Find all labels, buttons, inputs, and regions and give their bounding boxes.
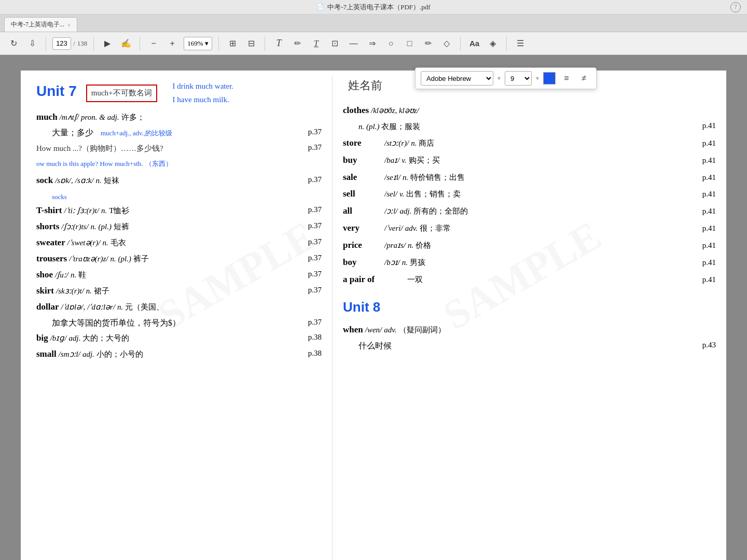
big-cn: 大的；大号的 <box>82 334 129 342</box>
how-much-entry: How much ...?（购物时）……多少钱? p.37 <box>36 141 322 156</box>
clothes-phonetic: /kləʊðz, kləʊz/ <box>371 106 419 115</box>
unit7-header-row: Unit 7 much+不可数名词 I drink much water. I … <box>36 79 322 108</box>
sale-entry: sale /seɪl/ n. 特价销售；出售 p.41 <box>343 170 716 185</box>
sock-cn: 短袜 <box>104 176 119 185</box>
buy-entry: buy /baɪ/ v. 购买；买 p.41 <box>343 153 716 168</box>
zoom-selector[interactable]: 169% ▾ <box>184 37 212 50</box>
pdf-tab[interactable]: 中考-7上英语电子... × <box>4 17 77 32</box>
sale-page-ref: p.41 <box>702 171 716 185</box>
toolbar-divider-2 <box>93 36 94 51</box>
reflow-button[interactable]: ⊟ <box>244 36 258 51</box>
very-word: very <box>343 221 384 236</box>
big-pos: adj. <box>69 334 81 342</box>
menu-button[interactable]: ☰ <box>513 36 528 51</box>
font-button[interactable]: Aa <box>467 36 481 51</box>
sweater-entry: sweater /ˈswetə(r)/ n. 毛衣 p.37 <box>36 235 322 250</box>
sale-cn: 特价销售；出售 <box>410 171 465 185</box>
font-color-picker[interactable] <box>543 72 556 85</box>
dollar-word: dollar <box>36 302 59 312</box>
sale-phonetic: /seɪl/ <box>384 171 400 185</box>
much-sub-cn: 大量；多少 <box>52 128 93 137</box>
crop-button[interactable]: ⊡ <box>327 36 342 51</box>
buy-phonetic: /baɪ/ <box>384 154 399 167</box>
page-number-input[interactable] <box>52 37 71 50</box>
unit8-title: Unit 8 <box>343 296 716 318</box>
clothes-entry: clothes /kləʊðz, kləʊz/ <box>343 103 716 118</box>
clothes-cn: 衣服；服装 <box>381 122 420 131</box>
skirt-phonetic: /skɜː(r)t/ <box>56 287 84 295</box>
sell-page-ref: p.41 <box>702 188 716 201</box>
much-cn: 许多； <box>121 113 145 121</box>
sell-word: sell <box>343 187 384 202</box>
price-entry: price /praɪs/ n. 价格 p.41 <box>343 238 716 253</box>
back-button[interactable]: ↻ <box>6 36 21 51</box>
page-control-group: / 138 <box>52 37 87 50</box>
apair-entry: a pair of 一双 p.41 <box>343 272 716 287</box>
sell-phonetic: /sel/ <box>384 188 397 201</box>
download-button[interactable]: ⇩ <box>25 36 39 51</box>
example1: I drink much water. I have much milk. <box>173 80 233 106</box>
buy-pos: v. <box>402 154 406 167</box>
text-insert-button[interactable]: T <box>309 36 323 51</box>
toolbar-divider-4 <box>218 36 219 51</box>
all-phonetic: /ɔːl/ <box>384 205 398 218</box>
big-phonetic: /bɪɡ/ <box>50 334 67 342</box>
boy-pos: n. <box>402 256 408 270</box>
highlight-tool-button[interactable]: ✏ <box>290 36 305 51</box>
small-phonetic: /smɔːl/ <box>59 350 80 358</box>
eraser-button[interactable]: ◇ <box>439 36 454 51</box>
sweater-word: sweater <box>36 237 65 247</box>
big-word: big <box>36 333 48 343</box>
font-name-select[interactable]: Adobe Hebrew <box>421 71 493 86</box>
pdf-viewer[interactable]: SAMPLE SAMPLE Unit 7 much+不可数名词 I drink … <box>0 55 747 560</box>
price-phonetic: /praɪs/ <box>384 239 406 253</box>
tab-close-button[interactable]: × <box>67 22 71 28</box>
oval-button[interactable]: ○ <box>383 36 398 51</box>
rect-button[interactable]: □ <box>402 36 417 51</box>
zoom-in-button[interactable]: + <box>165 36 179 51</box>
price-cn: 价格 <box>416 239 431 253</box>
shorts-entry: shorts /ʃɔː(r)ts/ n. (pl.) 短裤 p.37 <box>36 219 322 234</box>
shoe-phonetic: /ʃuː/ <box>55 271 68 279</box>
small-cn: 小的；小号的 <box>96 350 143 358</box>
small-word: small <box>36 349 57 359</box>
arrow-button[interactable]: ⇒ <box>365 36 379 51</box>
toolbar-divider-3 <box>140 36 140 51</box>
sock-pos: n. <box>96 176 102 185</box>
much-phonetic: /mʌtʃ/ <box>60 113 79 121</box>
very-phonetic: /ˈveri/ <box>384 222 403 235</box>
sell-pos: v. <box>399 188 404 201</box>
text-tool-button[interactable]: T <box>271 36 286 51</box>
all-entry: all /ɔːl/ adj. 所有的；全部的 p.41 <box>343 204 716 219</box>
price-page-ref: p.41 <box>702 239 716 253</box>
line-spacing-button[interactable]: ≡ <box>560 72 573 85</box>
tshirt-pos: n. <box>101 206 107 215</box>
font-size-select[interactable]: 9 <box>505 71 532 86</box>
left-column: Unit 7 much+不可数名词 I drink much water. I … <box>21 71 332 560</box>
trousers-entry: trousers /ˈtraʊzə(r)z/ n. (pl.) 裤子 p.37 <box>36 251 322 267</box>
sock-phonetic2: /sɑːk/ <box>75 176 94 185</box>
link-button[interactable]: — <box>346 36 361 51</box>
skirt-pos: n. <box>86 287 92 295</box>
sweater-phonetic: /ˈswetə(r)/ <box>67 239 101 247</box>
store-pos: n. <box>411 137 417 150</box>
how-much-page-ref: p.37 <box>308 141 322 155</box>
font-size-dropdown-arrow: ▾ <box>536 75 539 82</box>
para-spacing-button[interactable]: ≠ <box>577 72 591 85</box>
apair-page-ref: p.41 <box>702 273 716 287</box>
page-total: 138 <box>77 39 88 48</box>
zoom-out-button[interactable]: − <box>146 36 161 51</box>
very-entry: very /ˈveri/ adv. 很；非常 p.41 <box>343 221 716 236</box>
select-tool-button[interactable]: ▶ <box>100 36 115 51</box>
shoe-cn: 鞋 <box>78 271 86 279</box>
tshirt-entry: T-shirt /ˈtiː ʃɜː(r)t/ n. T恤衫 p.37 <box>36 203 322 218</box>
hand-tool-button[interactable]: ✍ <box>119 36 133 51</box>
help-button[interactable]: ? <box>730 2 741 12</box>
skirt-entry: skirt /skɜː(r)t/ n. 裙子 p.37 <box>36 284 322 299</box>
fill-button[interactable]: ◈ <box>486 36 500 51</box>
clothes-def: n. (pl.) 衣服；服装 p.41 <box>343 119 716 134</box>
small-page-ref: p.38 <box>308 347 322 360</box>
dollar-phonetic: /ˈdɒlə/, <box>61 303 85 311</box>
fit-page-button[interactable]: ⊞ <box>225 36 240 51</box>
pencil-button[interactable]: ✏ <box>421 36 435 51</box>
